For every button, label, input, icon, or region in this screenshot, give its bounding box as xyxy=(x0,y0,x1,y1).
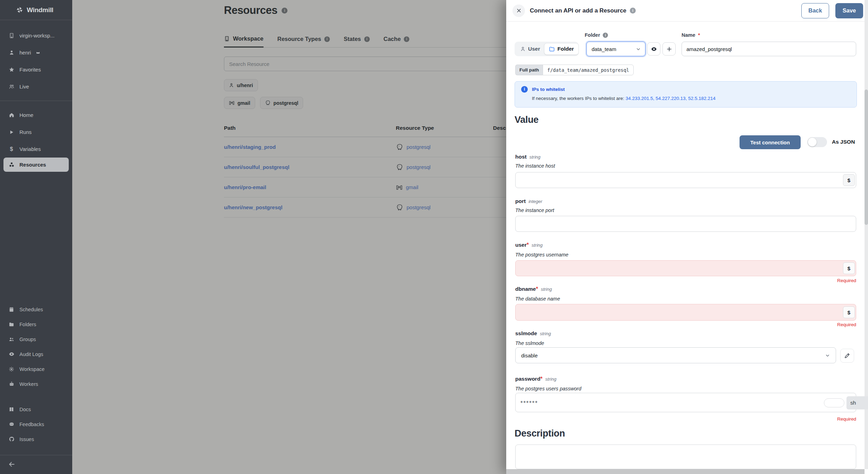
close-button[interactable] xyxy=(512,5,525,17)
nav-label: Variables xyxy=(19,146,41,152)
resource-type-label[interactable]: postgresql xyxy=(407,164,431,170)
sidebar-item-workspace-settings[interactable]: Workspace xyxy=(0,362,72,376)
sidebar-item-resources[interactable]: Resources xyxy=(3,158,69,172)
sidebar-item-live[interactable]: Live xyxy=(0,78,72,95)
tab-cache[interactable]: Cache xyxy=(384,35,410,47)
sidebar-workspace-group: virgin-worksp... henri Favorit xyxy=(0,20,72,99)
view-folder-button[interactable] xyxy=(647,42,660,56)
password-input[interactable]: ****** xyxy=(515,393,856,412)
info-icon xyxy=(630,8,636,14)
save-button[interactable]: Save xyxy=(835,3,863,18)
sidebar-item-workspace-switcher[interactable]: virgin-worksp... xyxy=(0,27,72,44)
add-folder-button[interactable] xyxy=(662,42,676,56)
host-input[interactable] xyxy=(515,172,856,188)
owner-filter-chip[interactable]: u/henri xyxy=(224,79,258,91)
arrow-left-icon xyxy=(8,461,72,468)
admin-label: Workers xyxy=(19,381,38,387)
tab-states[interactable]: States xyxy=(344,35,370,47)
show-password-tooltip: sh xyxy=(846,396,868,409)
admin-label: Groups xyxy=(19,337,36,342)
table-row[interactable]: u/henri/pro-email gmail xyxy=(224,177,506,197)
resource-path-link[interactable]: u/henri/soulful_postgresql xyxy=(224,164,396,170)
sidebar-item-groups[interactable]: Groups xyxy=(0,332,72,347)
sidebar-item-workers[interactable]: Workers xyxy=(0,376,72,391)
person-icon xyxy=(8,50,15,56)
tab-bar: Workspace Resource Types States Cache xyxy=(224,35,506,48)
sidebar-collapse[interactable] xyxy=(0,455,72,474)
sidebar-item-home[interactable]: Home xyxy=(0,107,72,124)
sidebar-item-user[interactable]: henri xyxy=(0,44,72,61)
full-path: Full path f/data_team/amazed_postgresql xyxy=(515,65,634,75)
plus-icon xyxy=(666,46,673,52)
drawer-scrollbar-horizontal[interactable] xyxy=(506,469,865,474)
test-connection-button[interactable]: Test connection xyxy=(740,135,801,149)
sidebar-divider xyxy=(0,101,72,101)
type-filter-gmail[interactable]: gmail xyxy=(224,97,255,109)
sslmode-select[interactable]: disable xyxy=(515,347,836,363)
resource-type-label[interactable]: gmail xyxy=(406,184,418,190)
favorites-label: Favorites xyxy=(19,67,41,73)
sidebar-item-docs[interactable]: Docs xyxy=(0,402,72,417)
brand[interactable]: Windmill xyxy=(0,0,72,20)
password-field-label: password*string xyxy=(515,376,556,382)
table-row[interactable]: u/henri/soulful_postgresql postgresql xyxy=(224,157,506,177)
windmill-logo-icon xyxy=(16,6,23,14)
password-field-desc: The postgres users password xyxy=(515,386,581,391)
owner-kind-folder[interactable]: Folder xyxy=(544,43,578,55)
resource-path-link[interactable]: u/henri/staging_prod xyxy=(224,144,396,150)
as-json-label: As JSON xyxy=(832,139,855,145)
name-input[interactable] xyxy=(682,42,856,56)
resource-type-label[interactable]: postgresql xyxy=(407,204,431,210)
sidebar-item-folders[interactable]: Folders xyxy=(0,317,72,332)
whitelist-ips[interactable]: 34.233.201.5, 54.227.220.13, 52.5.182.21… xyxy=(626,96,716,101)
groups-icon xyxy=(8,337,15,342)
sidebar-item-variables[interactable]: $ Variables xyxy=(0,141,72,158)
robot-icon xyxy=(8,381,15,387)
admin-label: Schedules xyxy=(19,307,43,312)
dbname-input[interactable] xyxy=(515,304,856,321)
folder-icon xyxy=(8,322,15,327)
tab-resource-types[interactable]: Resource Types xyxy=(277,35,330,47)
chevron-down-icon xyxy=(825,353,830,358)
owner-kind-toggle: User Folder xyxy=(515,42,578,56)
eye-icon xyxy=(651,46,657,52)
table-row[interactable]: u/henri/staging_prod postgresql xyxy=(224,137,506,157)
windmill-app: Windmill virgin-worksp... henri xyxy=(0,0,868,474)
host-variable-button[interactable]: $ xyxy=(843,174,855,186)
resource-path-link[interactable]: u/henri/pro-email xyxy=(224,184,396,190)
password-show-toggle[interactable] xyxy=(824,398,844,407)
user-field-desc: The postgres username xyxy=(515,252,568,257)
description-textarea[interactable] xyxy=(515,445,856,469)
resources-page: Resources Workspace Resource Types State… xyxy=(72,0,506,474)
building-icon xyxy=(224,36,230,42)
sslmode-edit-button[interactable] xyxy=(840,349,854,363)
folder-select[interactable]: data_team xyxy=(586,42,645,56)
user-variable-button[interactable]: $ xyxy=(843,262,855,274)
owner-kind-user[interactable]: User xyxy=(516,43,544,55)
sidebar-item-issues[interactable]: Issues xyxy=(0,432,72,447)
port-field-desc: The instance port xyxy=(515,208,554,213)
type-filter-postgresql[interactable]: postgresql xyxy=(260,97,303,109)
user-input[interactable] xyxy=(515,260,856,276)
table-row[interactable]: u/henri/new_postgresql postgresql xyxy=(224,197,506,218)
search-input[interactable] xyxy=(224,57,506,71)
sidebar-item-schedules[interactable]: Schedules xyxy=(0,302,72,317)
full-path-value: f/data_team/amazed_postgresql xyxy=(543,65,634,75)
info-icon[interactable] xyxy=(282,8,287,14)
as-json-toggle[interactable] xyxy=(807,137,827,147)
port-input[interactable] xyxy=(515,216,856,232)
sidebar-item-audit-logs[interactable]: Audit Logs xyxy=(0,347,72,362)
play-icon xyxy=(8,129,15,135)
host-field-label: hoststring xyxy=(515,154,541,160)
dbname-variable-button[interactable]: $ xyxy=(843,306,855,318)
dbname-field-desc: The database name xyxy=(515,296,560,302)
info-icon xyxy=(324,36,330,42)
user-field-label: user*string xyxy=(515,242,543,248)
resource-path-link[interactable]: u/henri/new_postgresql xyxy=(224,204,396,210)
sidebar-item-runs[interactable]: Runs xyxy=(0,124,72,141)
sidebar-item-favorites[interactable]: Favorites xyxy=(0,61,72,78)
back-button[interactable]: Back xyxy=(801,3,829,18)
resource-type-label[interactable]: postgresql xyxy=(407,144,431,150)
tab-workspace[interactable]: Workspace xyxy=(224,35,264,48)
sidebar-item-feedbacks[interactable]: Feedbacks xyxy=(0,417,72,432)
